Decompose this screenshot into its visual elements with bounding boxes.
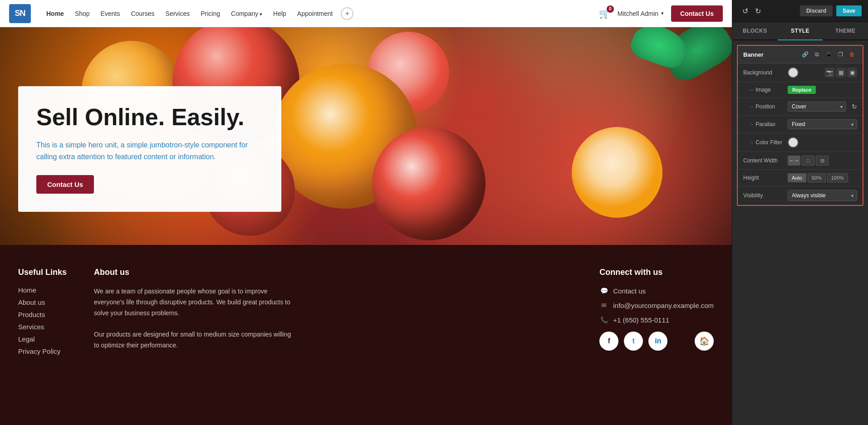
connect-contact: 💬 Contact us	[599, 286, 714, 295]
image-label: Image	[743, 87, 784, 93]
content-width-row: Content Width ←→ □ ⊟	[738, 152, 863, 170]
visibility-select[interactable]: Always visible Desktop only Mobile only …	[788, 190, 857, 201]
height-50-btn[interactable]: 50%	[808, 173, 826, 182]
link-icon[interactable]: 🔗	[800, 49, 810, 59]
about-text: We are a team of passionate people whose…	[94, 286, 294, 351]
footer-connect: Connect with us 💬 Contact us ✉ info@your…	[599, 268, 714, 360]
fruit-pomegranate	[372, 127, 485, 240]
tab-blocks[interactable]: BLOCKS	[732, 22, 778, 39]
nav-help[interactable]: Help	[269, 6, 291, 21]
height-label: Height	[743, 175, 784, 181]
logo-text: SN	[15, 9, 25, 18]
nav-events[interactable]: Events	[96, 6, 125, 21]
height-buttons: Auto 50% 100%	[788, 173, 848, 182]
cart-button[interactable]: 🛒 0	[599, 8, 610, 19]
save-button[interactable]: Save	[836, 5, 862, 16]
height-auto-btn[interactable]: Auto	[788, 173, 806, 182]
height-row: Height Auto 50% 100%	[738, 170, 863, 186]
navbar-contact-us-button[interactable]: Contact Us	[671, 5, 723, 22]
user-menu[interactable]: Mitchell Admin	[618, 10, 664, 17]
tab-style[interactable]: STYLE	[778, 22, 823, 40]
content-width-label: Content Width	[743, 157, 784, 164]
hero-banner: Sell Online. Easily. This is a simple he…	[0, 27, 732, 245]
background-icons: 📷 ▦ ▣	[824, 68, 857, 78]
position-row: Position Cover Contain Auto ↻	[738, 98, 863, 116]
delete-icon[interactable]: 🗑	[847, 49, 857, 59]
hero-subtitle: This is a simple hero unit, a simple jum…	[36, 139, 263, 162]
content-width-fluid-btn[interactable]: ←→	[788, 156, 800, 166]
connect-title: Connect with us	[599, 268, 714, 277]
nav-courses[interactable]: Courses	[126, 6, 159, 21]
position-select[interactable]: Cover Contain Auto	[788, 102, 846, 112]
footer-about: About us We are a team of passionate peo…	[94, 268, 294, 360]
nav-services[interactable]: Services	[161, 6, 195, 21]
nav-appointment[interactable]: Appointment	[293, 6, 338, 21]
user-name: Mitchell Admin	[618, 10, 658, 17]
parallax-select-wrap: Fixed Scroll None	[788, 119, 857, 129]
site-logo[interactable]: SN	[9, 4, 31, 23]
connect-contact-label: Contact us	[613, 287, 646, 295]
tab-theme[interactable]: THEME	[823, 22, 868, 39]
background-label: Background	[743, 69, 784, 76]
hero-title: Sell Online. Easily.	[36, 104, 263, 130]
content-width-fixed-btn[interactable]: □	[802, 156, 814, 166]
nav-home[interactable]: Home	[42, 6, 69, 21]
background-grid-icon[interactable]: ▦	[836, 68, 846, 78]
connect-phone-label: +1 (650) 555-0111	[613, 316, 669, 324]
panel-tabs: BLOCKS STYLE THEME	[732, 22, 868, 40]
footer-link-products[interactable]: Products	[18, 311, 67, 318]
mobile-icon[interactable]: 📱	[824, 49, 834, 59]
color-filter-swatch[interactable]	[788, 137, 799, 148]
color-filter-label: Color Filter	[743, 139, 784, 146]
nav-company[interactable]: Company	[226, 6, 267, 21]
phone-icon: 📞	[599, 315, 608, 324]
nav-links: Home Shop Events Courses Services Pricin…	[42, 6, 593, 21]
background-color-swatch[interactable]	[788, 67, 799, 78]
footer-link-about[interactable]: About us	[18, 298, 67, 306]
background-photo-icon[interactable]: 📷	[824, 68, 834, 78]
discard-button[interactable]: Discard	[800, 5, 833, 16]
about-title: About us	[94, 268, 294, 277]
parallax-select[interactable]: Fixed Scroll None	[788, 119, 857, 129]
social-twitter-button[interactable]: t	[624, 332, 643, 351]
hero-cta-button[interactable]: Contact Us	[36, 175, 94, 194]
email-icon: ✉	[599, 301, 608, 310]
navbar: SN Home Shop Events Courses Services Pri…	[0, 0, 732, 27]
footer-link-privacy[interactable]: Privacy Policy	[18, 347, 67, 355]
banner-section: Banner 🔗 ⧉ 📱 ❐ 🗑 Background 📷 ▦ ▣ Image …	[737, 45, 863, 206]
right-panel: ↺ ↻ Discard Save BLOCKS STYLE THEME Bann…	[732, 0, 868, 425]
footer: Useful Links Home About us Products Serv…	[0, 245, 732, 425]
fruit-large-inner	[572, 127, 662, 218]
visibility-row: Visibility Always visible Desktop only M…	[738, 186, 863, 205]
nav-pricing[interactable]: Pricing	[196, 6, 225, 21]
background-row: Background 📷 ▦ ▣	[738, 64, 863, 82]
hero-content-box: Sell Online. Easily. This is a simple he…	[18, 86, 281, 212]
footer-link-home[interactable]: Home	[18, 286, 67, 294]
chat-icon: 💬	[599, 286, 608, 295]
footer-link-legal[interactable]: Legal	[18, 335, 67, 343]
social-home-button[interactable]: 🏠	[695, 332, 714, 351]
add-nav-item-button[interactable]: +	[341, 7, 353, 20]
social-facebook-button[interactable]: f	[599, 332, 618, 351]
nav-shop[interactable]: Shop	[70, 6, 94, 21]
banner-header-icons: 🔗 ⧉ 📱 ❐ 🗑	[800, 49, 857, 59]
copy-icon[interactable]: ⧉	[812, 49, 822, 59]
connect-email: ✉ info@yourcompany.example.com	[599, 301, 714, 310]
footer-link-services[interactable]: Services	[18, 323, 67, 331]
social-linkedin-button[interactable]: in	[648, 332, 667, 351]
content-width-full-btn[interactable]: ⊟	[816, 156, 829, 166]
undo-button[interactable]: ↺	[739, 5, 751, 17]
duplicate-icon[interactable]: ❐	[835, 49, 845, 59]
banner-section-label: Banner	[743, 51, 764, 58]
background-gradient-icon[interactable]: ▣	[847, 68, 857, 78]
position-reset-icon[interactable]: ↻	[852, 103, 857, 110]
redo-button[interactable]: ↻	[751, 5, 764, 17]
connect-email-label: info@yourcompany.example.com	[613, 302, 714, 309]
content-width-buttons: ←→ □ ⊟	[788, 156, 829, 166]
replace-button[interactable]: Replace	[788, 86, 816, 94]
height-100-btn[interactable]: 100%	[827, 173, 848, 182]
useful-links-title: Useful Links	[18, 268, 67, 277]
visibility-select-wrap: Always visible Desktop only Mobile only …	[788, 190, 857, 201]
banner-section-header: Banner 🔗 ⧉ 📱 ❐ 🗑	[738, 46, 863, 64]
footer-columns: Useful Links Home About us Products Serv…	[18, 268, 714, 360]
